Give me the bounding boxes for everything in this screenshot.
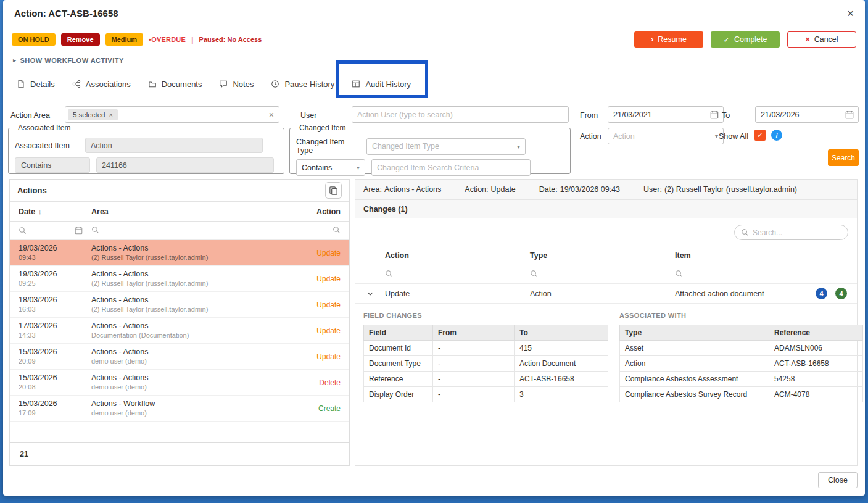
cancel-button[interactable]: × Cancel: [787, 31, 856, 48]
action-type-link[interactable]: Update: [291, 275, 341, 283]
associated-with-table: Type Reference Asset ADAMSLN006 Action A…: [619, 325, 863, 402]
contains-readonly: Contains: [15, 157, 90, 173]
action-type-link[interactable]: Update: [291, 326, 341, 335]
associated-item-group: Associated Item Associated Item Contains: [8, 123, 284, 174]
search-icon[interactable]: [19, 227, 27, 235]
column-header-item[interactable]: Item: [670, 251, 795, 260]
associated-with-title: ASSOCIATED WITH: [619, 312, 863, 319]
changed-item-group: Changed Item Changed Item Type Changed I…: [289, 123, 571, 174]
paused-label: Paused: No Access: [199, 36, 262, 43]
remove-badge: Remove: [61, 33, 100, 46]
changes-search-row: [355, 218, 857, 246]
from-date-field[interactable]: [608, 106, 724, 123]
action-type-link[interactable]: Update: [291, 249, 341, 257]
from-date-input[interactable]: [613, 110, 710, 119]
show-workflow-activity-toggle[interactable]: ▸ SHOW WORKFLOW ACTIVITY: [3, 52, 865, 69]
table-row[interactable]: 19/03/202609:25 Actions - Actions(2) Rus…: [10, 266, 349, 292]
dialog-titlebar: Action: ACT-ASB-16658 ×: [3, 0, 865, 27]
search-icon[interactable]: [333, 226, 341, 234]
calendar-icon[interactable]: [75, 227, 83, 235]
close-button[interactable]: Close: [818, 472, 858, 488]
table-row: Asset ADAMSLN006: [620, 341, 863, 356]
column-header-area[interactable]: Area: [91, 207, 291, 216]
action-type-link[interactable]: Update: [291, 352, 341, 361]
tab-audit-history[interactable]: Audit History: [343, 73, 420, 97]
tab-documents[interactable]: Documents: [139, 73, 211, 97]
resume-button[interactable]: › Resume: [634, 31, 703, 48]
changed-item-contains-select[interactable]: Contains ▾: [296, 159, 365, 176]
search-button[interactable]: Search: [828, 149, 859, 166]
grid-icon: [352, 80, 360, 88]
clock-icon: [271, 80, 279, 88]
changes-column-headers: Action Type Item: [355, 246, 857, 265]
x-icon: ×: [805, 35, 809, 44]
search-icon[interactable]: [91, 226, 99, 234]
meta-area: Area:Actions - Actions: [363, 185, 444, 194]
action-type-link[interactable]: Create: [291, 404, 341, 413]
changes-search-input[interactable]: [753, 228, 841, 237]
show-all-checkbox[interactable]: ✓: [754, 130, 766, 141]
table-row[interactable]: 18/03/202616:03 Actions - Actions(2) Rus…: [10, 292, 349, 318]
meta-date: Date:19/03/2026 09:43: [539, 185, 622, 194]
table-row: Compliance Asbestos Survey Record ACM-40…: [620, 387, 863, 402]
tab-details[interactable]: Details: [8, 73, 64, 97]
chip-remove-icon[interactable]: ×: [109, 111, 112, 118]
chevron-down-icon[interactable]: [366, 289, 374, 298]
complete-button[interactable]: ✓ Complete: [711, 31, 780, 48]
from-label: From: [580, 111, 598, 120]
clear-icon[interactable]: ×: [269, 110, 274, 120]
info-icon[interactable]: i: [771, 130, 782, 141]
copy-icon: [329, 186, 338, 195]
tab-pause-history[interactable]: Pause History: [262, 73, 343, 97]
content-area: Actions Date↓ Area Action 19/03/202609: [3, 179, 865, 467]
action-type-link[interactable]: Update: [291, 301, 341, 309]
search-icon[interactable]: [385, 270, 393, 278]
tab-notes[interactable]: Notes: [210, 73, 262, 97]
column-header-date[interactable]: Date↓: [19, 207, 91, 216]
column-header-type[interactable]: Type: [525, 251, 670, 260]
action-area-multiselect[interactable]: 5 selected × ×: [65, 106, 279, 123]
search-icon[interactable]: [530, 270, 538, 278]
detail-meta-bar: Area:Actions - Actions Action:Update Dat…: [355, 180, 857, 200]
toolbar-actions: › Resume ✓ Complete × Cancel: [634, 31, 856, 48]
change-detail: FIELD CHANGES Field From To Document Id …: [355, 304, 857, 410]
table-row[interactable]: 19/03/202609:43 Actions - Actions(2) Rus…: [10, 240, 349, 266]
close-icon[interactable]: ×: [847, 7, 854, 19]
export-button[interactable]: [325, 182, 342, 199]
calendar-icon[interactable]: [710, 110, 719, 119]
changed-item-type-select[interactable]: Changed Item Type ▾: [366, 138, 526, 155]
page-title: Action: ACT-ASB-16658: [14, 8, 118, 19]
associations-icon: [72, 80, 81, 88]
total-count: 21: [10, 442, 349, 465]
user-search-input[interactable]: [352, 106, 569, 123]
field-changes-count-badge: 4: [816, 288, 827, 299]
tab-associations[interactable]: Associations: [64, 73, 139, 97]
changed-item-type-label: Changed Item Type: [296, 138, 360, 155]
table-row: Compliance Asbestos Assessment 54258: [620, 372, 863, 387]
file-icon: [17, 80, 25, 88]
chevron-right-icon: ›: [651, 35, 653, 44]
column-header-action[interactable]: Action: [380, 251, 525, 260]
changed-item-search-input[interactable]: [371, 159, 531, 176]
calendar-icon[interactable]: [845, 110, 854, 119]
action-dialog: Action: ACT-ASB-16658 × ON HOLD Remove M…: [3, 0, 865, 496]
table-row[interactable]: 17/03/202614:33 Actions - ActionsDocumen…: [10, 318, 349, 344]
table-row[interactable]: 15/03/202617:09 Actions - Workflowdemo u…: [10, 396, 349, 422]
spacer: [10, 422, 349, 442]
sort-desc-icon: ↓: [38, 208, 42, 215]
to-date-field[interactable]: [755, 106, 859, 123]
to-date-input[interactable]: [761, 110, 845, 119]
column-header-action[interactable]: Action: [291, 207, 341, 216]
change-row[interactable]: Update Action Attached action document 4…: [355, 284, 857, 304]
chevron-down-icon: ▾: [357, 164, 360, 171]
search-icon[interactable]: [675, 270, 683, 278]
action-filter-label: Action: [580, 132, 601, 141]
changes-header: Changes (1): [355, 200, 857, 218]
folder-icon: [148, 80, 157, 88]
table-row[interactable]: 15/03/202620:08 Actions - Actionsdemo us…: [10, 370, 349, 396]
check-icon: ✓: [724, 35, 730, 44]
changes-search-field[interactable]: [734, 225, 848, 240]
action-type-link[interactable]: Delete: [291, 378, 341, 387]
action-select[interactable]: Action ▾: [608, 128, 724, 144]
table-row[interactable]: 15/03/202620:09 Actions - Actionsdemo us…: [10, 344, 349, 370]
